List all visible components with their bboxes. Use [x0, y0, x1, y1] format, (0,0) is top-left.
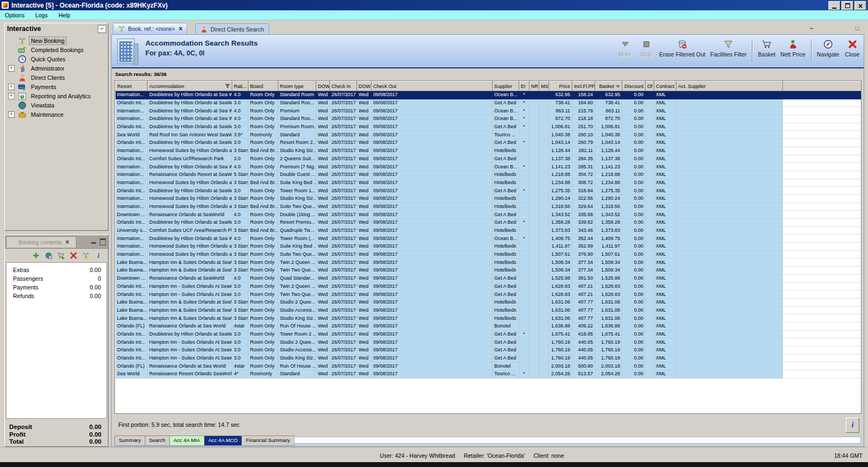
table-row[interactable]: Internation...Homewood Suites by Hilton …	[116, 203, 861, 211]
filter-funnel-icon[interactable]	[225, 83, 231, 89]
column-header-rati[interactable]: Rati...	[232, 81, 248, 91]
table-row[interactable]: Internation...Renaissance Orlando Resort…	[116, 171, 861, 179]
column-header-check-in[interactable]: Check In	[330, 81, 357, 91]
info-icon[interactable]: i	[94, 251, 103, 260]
booking-contents-tab[interactable]: Booking contents ×	[6, 236, 76, 248]
table-row[interactable]: Orlando Int...Hampton Inn - Suites Orlan…	[116, 282, 861, 291]
table-row[interactable]: Orlando Int...Hampton Inn - Suites Orlan…	[116, 291, 861, 299]
table-row[interactable]: Downtown ...Renaissance Orlando at SeaWo…	[116, 211, 861, 219]
panel-maximize-icon[interactable]	[100, 238, 106, 245]
expand-toggle-icon[interactable]: +	[8, 93, 15, 99]
table-row[interactable]: Lake Buena...Hampton Inn & Suites Orland…	[116, 267, 861, 275]
table-row[interactable]: Orlando Int...Doubletree by Hilton Orlan…	[116, 187, 861, 195]
table-row[interactable]: Internation...Doubletree by Hilton Orlan…	[116, 107, 861, 115]
menu-help[interactable]: Help	[59, 12, 71, 18]
column-header-board[interactable]: Board	[248, 81, 278, 91]
info-button[interactable]: i	[846, 418, 859, 433]
sidebar-item-maintenance[interactable]: +Maintenance	[5, 110, 108, 119]
add-icon[interactable]	[32, 251, 40, 260]
basket-button[interactable]: Basket	[758, 37, 775, 58]
table-row[interactable]: Downtown ...Renaissance Orlando at SeaWo…	[116, 274, 861, 282]
sidebar-item-new-booking[interactable]: New Booking	[5, 36, 108, 45]
table-row[interactable]: Orlando Int...Doubletree by Hilton Orlan…	[116, 139, 861, 147]
column-header-check-out[interactable]: Check Out	[372, 81, 493, 91]
table-row[interactable]: Internation...Homewood Suites by Hilton …	[116, 243, 861, 251]
view-tab-acc-4a-mia[interactable]: Acc 4A MIA	[169, 436, 205, 446]
table-row[interactable]: Orlando (FL)Renaissance Orlando at Sea W…	[116, 362, 861, 370]
table-row[interactable]: University o...Comfort Suites UCF Area/R…	[116, 226, 861, 235]
column-header-of[interactable]: Of	[646, 81, 654, 91]
tab-group-maximize-icon[interactable]: □	[856, 25, 859, 31]
table-row[interactable]: Internation...Homewood Suites by Hilton …	[116, 179, 861, 187]
table-row[interactable]: Internation...Homewood Suites by Hilton …	[116, 194, 861, 203]
sidebar-item-administrator[interactable]: +Administrator	[5, 64, 108, 73]
column-header-price[interactable]: Price	[549, 81, 572, 91]
column-header-nr[interactable]: NR	[529, 81, 539, 91]
palm-icon[interactable]	[82, 251, 90, 260]
column-header-ms[interactable]: MS	[539, 81, 549, 91]
table-row[interactable]: Orlando (FL)Renaissance Orlando at Sea W…	[116, 322, 861, 330]
table-row[interactable]: Orlando Int...Doubletree by Hilton Orlan…	[116, 123, 861, 131]
view-tab-search[interactable]: Search	[145, 436, 170, 446]
close-button[interactable]: ×	[854, 1, 866, 10]
close-tab-icon[interactable]: ×	[66, 238, 69, 246]
column-header-basket[interactable]: Basket	[595, 81, 622, 91]
table-row[interactable]: Internation...Doubletree by Hilton Orlan…	[116, 115, 861, 123]
column-header-dow[interactable]: DOW	[357, 81, 372, 91]
table-row[interactable]: Orlando Int...Doubletree by Hilton Orlan…	[116, 330, 861, 338]
sidebar-item-quick-quotes[interactable]: Quick Quotes	[5, 54, 108, 64]
menu-options[interactable]: Options	[5, 12, 24, 18]
expand-toggle-icon[interactable]: +	[8, 84, 15, 90]
sidebar-item-direct-clients[interactable]: Direct Clients	[5, 73, 108, 82]
sidebar-item-viewdata[interactable]: Viewdata	[5, 100, 108, 110]
table-row[interactable]: Internation...Homewood Suites by Hilton …	[116, 250, 861, 258]
restore-button[interactable]	[841, 1, 853, 10]
world-icon[interactable]	[44, 251, 53, 260]
column-header-discount[interactable]: Discount	[622, 81, 646, 91]
minimize-button[interactable]	[828, 1, 840, 10]
table-row[interactable]: Sea WorldRed Roof Inn San Antonio West S…	[116, 131, 861, 139]
table-row[interactable]: Lake Buena...Hampton Inn & Suites Orland…	[116, 306, 861, 314]
collapse-panel-button[interactable]: −	[98, 25, 106, 33]
table-row[interactable]: Sea WorldRenaissance Resort Orlando SeaW…	[116, 370, 861, 378]
column-header-act-supplier[interactable]: Act. Supplier	[676, 81, 783, 91]
table-row[interactable]: Orlando Int...Hampton Inn - Suites Orlan…	[116, 346, 861, 355]
close-button[interactable]: Close	[844, 37, 860, 58]
table-row[interactable]: Orlando Int...Hampton Inn - Suites Orlan…	[116, 354, 861, 362]
sidebar-item-reporting-and-analytics[interactable]: +Reporting and Analytics	[5, 91, 108, 100]
nett-price-button[interactable]: Nett Price	[780, 37, 805, 58]
menu-logs[interactable]: Logs	[35, 12, 48, 18]
sidebar-item-payments[interactable]: +$Payments	[5, 82, 108, 91]
column-header-supplier[interactable]: Supplier	[493, 81, 519, 91]
panel-minimize-icon[interactable]	[91, 242, 96, 244]
delete-x-icon[interactable]	[69, 251, 78, 260]
column-header-room-type[interactable]: Room type	[278, 81, 316, 91]
sidebar-item-completed-bookings[interactable]: Completed Bookings	[5, 45, 108, 54]
table-row[interactable]: Internation...Doubletree by Hilton Orlan…	[116, 91, 861, 99]
expand-toggle-icon[interactable]: +	[8, 65, 15, 72]
tab-book-ref-none[interactable]: Book. ref.: <none>×	[113, 23, 187, 34]
cart-go-icon[interactable]	[57, 251, 65, 260]
column-header-dow[interactable]: DOW	[316, 81, 330, 91]
facilities-filter-button[interactable]: Facilities Filter	[710, 37, 746, 58]
view-tab-acc-4a-mco[interactable]: Acc 4A MCO	[204, 436, 242, 446]
table-row[interactable]: Internation...Homewood Suites by Hilton …	[116, 147, 861, 155]
table-row[interactable]: Internation...Doubletree by Hilton Orlan…	[116, 235, 861, 243]
close-tab-icon[interactable]: ×	[178, 25, 182, 33]
expand-toggle-icon[interactable]: +	[8, 111, 15, 118]
column-header-resort[interactable]: Resort	[116, 81, 148, 91]
table-row[interactable]: Lake Buena...Hampton Inn & Suites Orland…	[116, 258, 861, 267]
table-row[interactable]: Internation...Doubletree by Hilton Orlan…	[116, 163, 861, 171]
view-tab-summary[interactable]: Summary	[114, 436, 145, 446]
table-row[interactable]: Lake Buena...Hampton Inn & Suites Orland…	[116, 298, 861, 306]
column-header-incl-fl-pp[interactable]: Incl.Fl.PP	[572, 81, 595, 91]
table-row[interactable]: Orlando Int...Comfort Suites Ucf/Researc…	[116, 155, 861, 163]
table-row[interactable]: Orlando Int...Doubletree by Hilton Orlan…	[116, 219, 861, 227]
table-row[interactable]: Orlando Int...Hampton Inn - Suites Orlan…	[116, 338, 861, 346]
navigate-button[interactable]: Navigate	[817, 37, 839, 58]
column-header-contract[interactable]: Contract	[654, 81, 676, 91]
column-header-accommodation[interactable]: Accommodation	[148, 81, 232, 91]
view-tab-financial-summary[interactable]: Financial Summary	[241, 436, 294, 446]
erase-filtered-out-button[interactable]: Erase Filtered Out	[659, 37, 705, 58]
table-row[interactable]: Lake Buena...Hampton Inn & Suites Orland…	[116, 314, 861, 323]
